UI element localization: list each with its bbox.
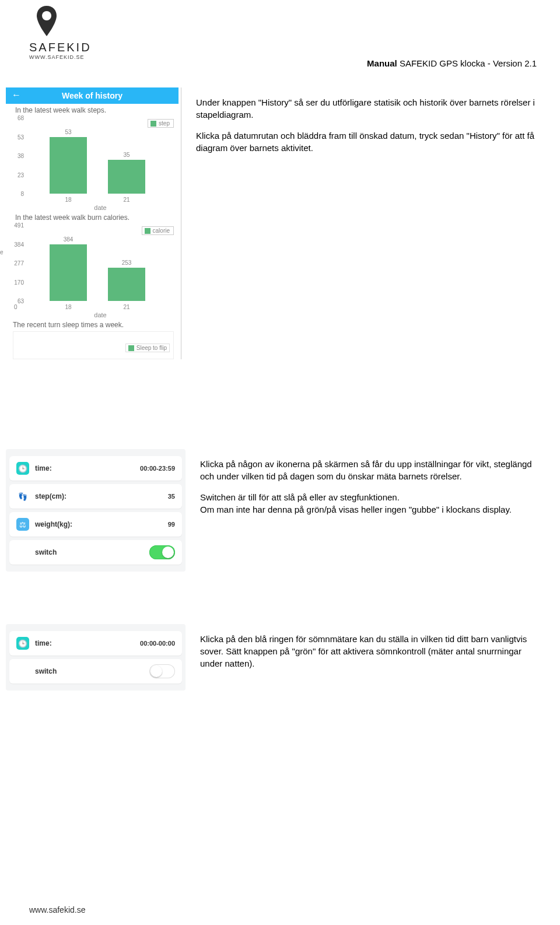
logo-pin-icon: [35, 6, 61, 41]
screenshot-pedometer-settings: 🕒 time: 00:00-23:59 👣 step(cm): 35 ⚖ wei…: [6, 449, 186, 572]
section1-text: Under knappen "History" så ser du utförl…: [181, 87, 542, 163]
ytick: 8: [9, 191, 24, 197]
pedometer-switch-toggle[interactable]: [149, 545, 175, 559]
section1-p1: Under knappen "History" så ser du utförl…: [196, 96, 542, 121]
brand-header: SAFEKID WWW.SAFEKID.SE: [29, 6, 92, 60]
toggle-icon: ⏻: [16, 665, 29, 678]
sleep-time-label: time:: [35, 639, 52, 647]
section2-p2: Switchen är till för att slå på eller av…: [200, 491, 542, 503]
settings-row-switch[interactable]: ⏻ switch: [9, 540, 182, 565]
bar-label: 53: [50, 129, 87, 135]
step-label: step(cm):: [35, 492, 66, 500]
legend-swatch-icon: [128, 345, 134, 351]
weight-label: weight(kg):: [35, 520, 72, 528]
manual-header: Manual SAFEKID GPS klocka - Version 2.1: [367, 58, 537, 68]
sleep-row-switch[interactable]: ⏻ switch: [9, 659, 182, 684]
chart1-plot: 68 53 38 23 8 53 35 18 21: [26, 118, 176, 194]
chart1-bar-0: 53: [50, 137, 87, 194]
ytick: 384: [9, 241, 24, 247]
bar-label: 384: [50, 236, 87, 243]
chart2-xlabel: date: [26, 311, 175, 318]
manual-bold: Manual: [367, 58, 397, 68]
section3-p1: Klicka på den blå ringen för sömnmätare …: [200, 633, 542, 670]
chart2-plot: 491 384 277 170 63 384 253 18 21: [26, 225, 176, 301]
section1-p2: Klicka på datumrutan och bläddra fram ti…: [196, 129, 542, 154]
app-screen-title-bar: ← Week of history: [6, 87, 178, 104]
manual-rest: SAFEKID GPS klocka - Version 2.1: [397, 58, 537, 68]
ytick: 23: [9, 171, 24, 178]
ytick: 68: [9, 115, 24, 121]
chart1-bar-1: 35: [108, 160, 145, 194]
settings-row-weight[interactable]: ⚖ weight(kg): 99: [9, 512, 182, 537]
ytick: 277: [9, 260, 24, 267]
settings-list-sleep: 🕒 time: 00:00-00:00 ⏻ switch: [6, 624, 186, 691]
chart2: calorie calorie 491 384 277 170 63 384 2…: [6, 222, 178, 318]
ytick: 53: [9, 134, 24, 140]
ytick: 170: [9, 279, 24, 285]
chart2-bar-1: 253: [108, 268, 145, 301]
clock-icon: 🕒: [16, 637, 29, 650]
xtick: 18: [65, 197, 71, 203]
scale-icon: ⚖: [16, 518, 29, 531]
brand-url: WWW.SAFEKID.SE: [29, 54, 92, 60]
ytick: 63: [9, 298, 24, 304]
step-value: 35: [168, 493, 175, 500]
sleep-switch-toggle[interactable]: [149, 664, 175, 678]
bar-label: 253: [108, 260, 145, 266]
chart1: step step 68 53 38 23 8 53 35 18 21 date: [6, 114, 178, 211]
sleep-chart-empty: Sleep to flip: [13, 331, 174, 359]
screenshot-sleep-settings: 🕒 time: 00:00-00:00 ⏻ switch: [6, 624, 186, 691]
sleep-row-time[interactable]: 🕒 time: 00:00-00:00: [9, 631, 182, 656]
section-week-of-history: ← Week of history In the latest week wal…: [6, 87, 542, 359]
clock-icon: 🕒: [16, 462, 29, 475]
time-value: 00:00-23:59: [140, 465, 175, 472]
sleep-switch-label: switch: [35, 667, 57, 675]
xtick: 21: [123, 197, 130, 203]
sleep-time-value: 00:00-00:00: [140, 640, 175, 647]
app-screen: ← Week of history In the latest week wal…: [6, 87, 178, 359]
time-label: time:: [35, 464, 52, 472]
xtick: 18: [65, 304, 71, 310]
settings-row-step[interactable]: 👣 step(cm): 35: [9, 484, 182, 509]
chart1-xlabel: date: [26, 204, 175, 211]
bar-label: 35: [108, 152, 145, 158]
section2-p1: Klicka på någon av ikonerna på skärmen s…: [200, 458, 542, 482]
footprint-icon: 👣: [16, 490, 29, 503]
weight-value: 99: [168, 521, 175, 528]
toggle-icon: ⏻: [16, 546, 29, 559]
section2-text: Klicka på någon av ikonerna på skärmen s…: [186, 449, 542, 524]
switch-label: switch: [35, 548, 57, 556]
chart2-bar-0: 384: [50, 244, 87, 302]
screenshot-week-of-history: ← Week of history In the latest week wal…: [6, 87, 181, 359]
sleep-prefix-zero: 0: [14, 304, 18, 310]
brand-name: SAFEKID: [29, 41, 92, 54]
ytick: 38: [9, 153, 24, 159]
chart2-ylabel: calorie: [0, 249, 3, 255]
sleep-legend: Sleep to flip: [125, 344, 170, 352]
section-pedometer-settings: 🕒 time: 00:00-23:59 👣 step(cm): 35 ⚖ wei…: [6, 449, 542, 572]
screen-title: Week of history: [62, 91, 123, 100]
sleep-title: The recent turn sleep times a week.: [6, 318, 178, 329]
settings-row-time[interactable]: 🕒 time: 00:00-23:59: [9, 456, 182, 481]
page-footer-url: www.safekid.se: [29, 905, 85, 915]
xtick: 21: [123, 304, 130, 310]
svg-point-0: [42, 11, 51, 20]
settings-list-pedometer: 🕒 time: 00:00-23:59 👣 step(cm): 35 ⚖ wei…: [6, 449, 186, 572]
chart2-title: In the latest week walk burn calories.: [6, 211, 178, 222]
section3-text: Klicka på den blå ringen för sömnmätare …: [186, 624, 542, 678]
ytick: 491: [9, 222, 24, 229]
chart1-title: In the latest week walk steps.: [6, 104, 178, 114]
section2-p3: Om man inte har denna på grön/på visas h…: [200, 503, 542, 516]
section-sleep-settings: 🕒 time: 00:00-00:00 ⏻ switch Klicka på d…: [6, 624, 542, 691]
back-arrow-icon[interactable]: ←: [12, 90, 21, 100]
